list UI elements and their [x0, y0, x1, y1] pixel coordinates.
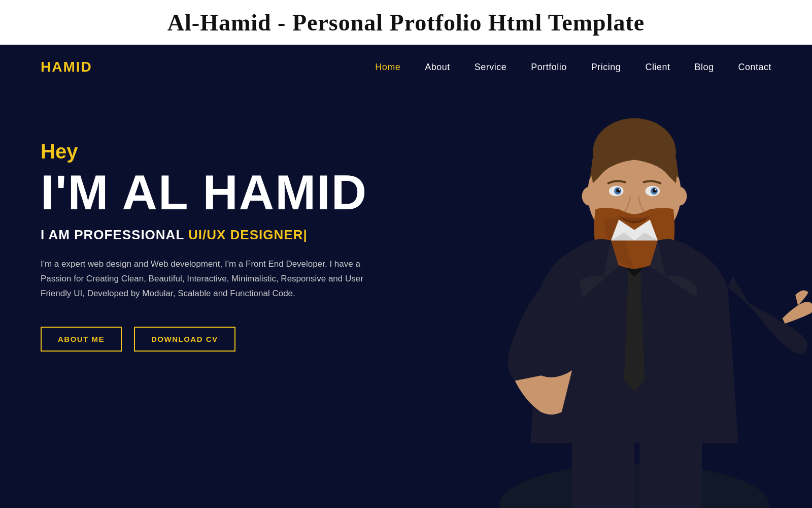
nav-link-portfolio[interactable]: Portfolio	[531, 62, 567, 72]
nav-link-contact[interactable]: Contact	[738, 62, 771, 72]
nav-item-about[interactable]: About	[425, 62, 450, 73]
hero-description: I'm a expert web design and Web developm…	[41, 257, 376, 301]
nav-item-blog[interactable]: Blog	[694, 62, 714, 73]
nav-link-blog[interactable]: Blog	[694, 62, 714, 72]
hero-buttons: ABOUT ME DOWNLOAD CV	[41, 327, 771, 352]
hero-profession: I AM PROFESSIONAL UI/UX DESIGNER|	[41, 227, 771, 243]
nav-item-service[interactable]: Service	[475, 62, 507, 73]
hero-name: I'M AL HAMID	[41, 168, 771, 217]
nav-item-pricing[interactable]: Pricing	[591, 62, 621, 73]
hero-section: Hey I'M AL HAMID I AM PROFESSIONAL UI/UX…	[0, 89, 812, 352]
nav-links: Home About Service Portfolio Pricing Cli…	[375, 62, 771, 73]
top-banner: Al-Hamid - Personal Protfolio Html Templ…	[0, 0, 812, 45]
download-cv-button[interactable]: DOWNLOAD CV	[134, 327, 235, 352]
profession-highlight: UI/UX DESIGNER|	[188, 227, 308, 242]
nav-item-home[interactable]: Home	[375, 62, 400, 73]
nav-link-home[interactable]: Home	[375, 62, 400, 72]
hero-greeting: Hey	[41, 140, 771, 163]
nav-link-client[interactable]: Client	[645, 62, 670, 72]
nav-link-about[interactable]: About	[425, 62, 450, 72]
about-me-button[interactable]: ABOUT ME	[41, 327, 122, 352]
hero-text: Hey I'M AL HAMID I AM PROFESSIONAL UI/UX…	[41, 130, 771, 352]
profession-prefix: I AM PROFESSIONAL	[41, 227, 188, 242]
nav-logo[interactable]: HAMID	[41, 59, 92, 75]
nav-item-portfolio[interactable]: Portfolio	[531, 62, 567, 73]
nav-item-client[interactable]: Client	[645, 62, 670, 73]
nav-item-contact[interactable]: Contact	[738, 62, 771, 73]
main-section: HAMID Home About Service Portfolio Prici…	[0, 45, 812, 508]
nav-link-pricing[interactable]: Pricing	[591, 62, 621, 72]
banner-title: Al-Hamid - Personal Protfolio Html Templ…	[0, 9, 812, 36]
nav-link-service[interactable]: Service	[475, 62, 507, 72]
